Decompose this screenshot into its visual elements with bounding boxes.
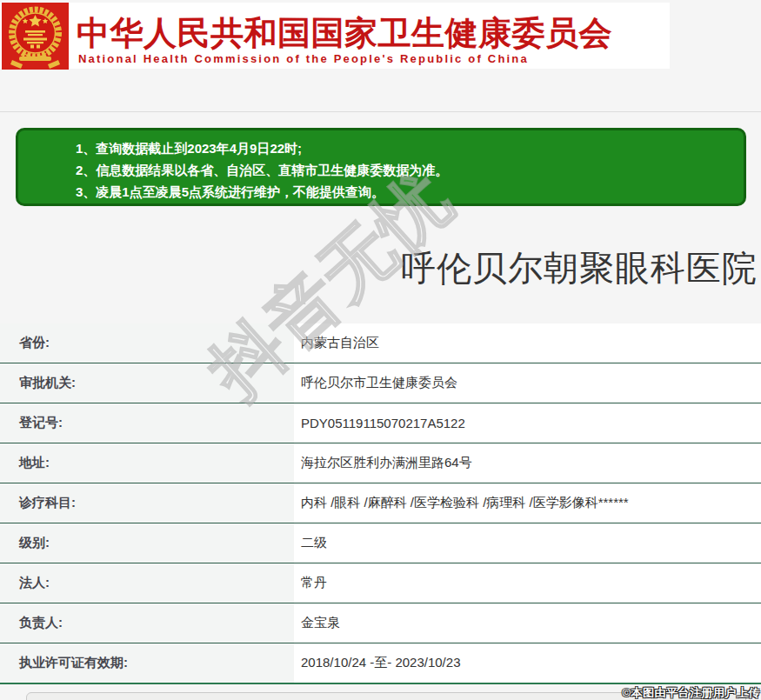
field-value: 二级	[294, 523, 761, 563]
table-row-registration-number: 登记号: PDY05119115070217A5122	[0, 403, 761, 443]
field-label: 法人:	[0, 563, 294, 603]
table-row-province: 省份: 内蒙古自治区	[0, 323, 761, 363]
field-value: 金宝泉	[294, 603, 761, 643]
notice-box: 1、查询数据截止到2023年4月9日22时; 2、信息数据结果以各省、自治区、直…	[16, 128, 746, 206]
field-label: 地址:	[0, 443, 294, 483]
field-value: 2018/10/24 -至- 2023/10/23	[294, 643, 761, 683]
field-value: PDY05119115070217A5122	[294, 403, 761, 443]
page: 中华人民共和国国家卫生健康委员会 National Health Commiss…	[0, 0, 761, 700]
table-row-treatment-subjects: 诊疗科目: 内科 /眼科 /麻醉科 /医学检验科 /病理科 /医学影像科****…	[0, 483, 761, 523]
field-value: 常丹	[294, 563, 761, 603]
china-national-emblem-icon	[2, 3, 69, 70]
notice-line-3: 3、凌晨1点至凌晨5点系统进行维护，不能提供查询。	[76, 181, 735, 203]
table-row-approval-authority: 审批机关: 呼伦贝尔市卫生健康委员会	[0, 363, 761, 403]
field-label: 执业许可证有效期:	[0, 643, 294, 683]
field-label: 级别:	[0, 523, 294, 563]
field-value: 内科 /眼科 /麻醉科 /医学检验科 /病理科 /医学影像科******	[294, 483, 761, 523]
notice-line-1: 1、查询数据截止到2023年4月9日22时;	[76, 137, 735, 159]
site-title-chinese: 中华人民共和国国家卫生健康委员会	[77, 11, 612, 56]
field-label: 审批机关:	[0, 363, 294, 403]
notice-line-2: 2、信息数据结果以各省、自治区、直辖市卫生健康委数据为准。	[76, 159, 735, 181]
table-row-person-in-charge: 负责人: 金宝泉	[0, 603, 761, 643]
table-row-level: 级别: 二级	[0, 523, 761, 563]
field-value: 内蒙古自治区	[294, 323, 761, 363]
field-label: 省份:	[0, 323, 294, 363]
copyright-stamp: ©本图由平台注册用户上传	[622, 685, 760, 700]
site-header: 中华人民共和国国家卫生健康委员会 National Health Commiss…	[0, 3, 670, 69]
header-divider	[0, 111, 761, 112]
table-row-address: 地址: 海拉尔区胜利办满洲里路64号	[0, 443, 761, 483]
hospital-name-heading: 呼伦贝尔朝聚眼科医院	[401, 244, 758, 292]
field-value: 海拉尔区胜利办满洲里路64号	[294, 443, 761, 483]
field-label: 登记号:	[0, 403, 294, 443]
table-row-license-validity: 执业许可证有效期: 2018/10/24 -至- 2023/10/23	[0, 643, 761, 684]
hospital-details-table: 省份: 内蒙古自治区 审批机关: 呼伦贝尔市卫生健康委员会 登记号: PDY05…	[0, 323, 761, 684]
field-value: 呼伦贝尔市卫生健康委员会	[294, 363, 761, 403]
field-label: 负责人:	[0, 603, 294, 643]
site-title-english: National Health Commission of the People…	[78, 52, 529, 65]
table-row-legal-person: 法人: 常丹	[0, 563, 761, 603]
field-label: 诊疗科目:	[0, 483, 294, 523]
